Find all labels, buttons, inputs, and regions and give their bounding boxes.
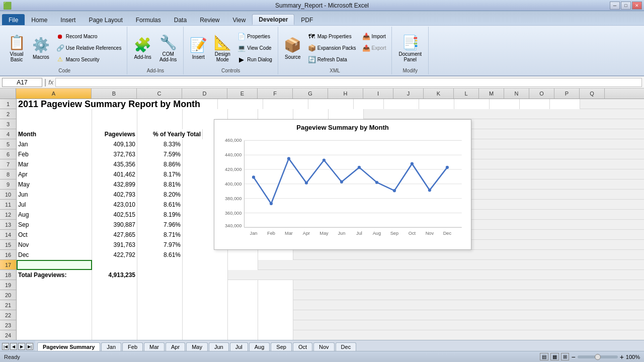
sheet-tab-may[interactable]: May xyxy=(186,342,208,351)
sheet-tab-apr[interactable]: Apr xyxy=(166,342,185,351)
sheet-tab-pageview-summary[interactable]: Pageview Summary xyxy=(37,342,100,351)
sheet-tab-nov[interactable]: Nov xyxy=(313,342,335,351)
cell-c24[interactable] xyxy=(137,330,183,340)
col-header-k[interactable]: K xyxy=(424,88,454,99)
cell-b22[interactable] xyxy=(92,310,137,320)
cell-c9[interactable]: 8.81% xyxy=(137,179,183,190)
cell-a17[interactable] xyxy=(17,260,92,270)
cell-a20[interactable] xyxy=(17,290,92,300)
cell-c23[interactable] xyxy=(137,320,183,330)
cell-b15[interactable]: 391,763 xyxy=(92,240,137,250)
source-button[interactable]: 📦 Source xyxy=(281,30,304,67)
record-macro-button[interactable]: ⏺ Record Macro xyxy=(54,31,124,42)
cell-a7[interactable]: Mar xyxy=(17,159,92,169)
cell-c3[interactable] xyxy=(137,119,183,129)
cell-h1[interactable] xyxy=(454,99,490,109)
cell-c10[interactable]: 8.20% xyxy=(137,190,183,200)
first-sheet-button[interactable]: |◀ xyxy=(2,343,9,350)
cell-d16[interactable] xyxy=(183,250,228,260)
cell-b12[interactable]: 402,515 xyxy=(92,210,137,220)
cell-d2[interactable] xyxy=(183,109,228,119)
row-header-10[interactable]: 10 xyxy=(0,190,16,200)
cell-g1[interactable] xyxy=(419,99,454,109)
row-header-2[interactable]: 2 xyxy=(0,109,16,119)
formula-input[interactable] xyxy=(55,78,642,87)
col-header-f[interactable]: F xyxy=(258,88,293,99)
row-header-24[interactable]: 24 xyxy=(0,330,16,340)
cell-b11[interactable]: 423,010 xyxy=(92,200,137,210)
cell-c4[interactable]: % of Yearly Total xyxy=(137,129,203,139)
cell-b20[interactable] xyxy=(92,290,137,300)
cell-c19[interactable] xyxy=(137,280,183,290)
cell-c5[interactable]: 8.33% xyxy=(137,139,183,149)
cell-b24[interactable] xyxy=(92,330,137,340)
cell-e17[interactable] xyxy=(228,260,258,270)
cell-f21[interactable] xyxy=(258,300,293,310)
sheet-tab-dec[interactable]: Dec xyxy=(336,342,357,351)
sheet-tab-jan[interactable]: Jan xyxy=(101,342,121,351)
cell-b1[interactable] xyxy=(218,99,263,109)
tab-review[interactable]: Review xyxy=(193,14,226,25)
col-header-p[interactable]: P xyxy=(554,88,580,99)
sheet-tab-jul[interactable]: Jul xyxy=(230,342,248,351)
cell-b3[interactable] xyxy=(92,119,137,129)
tab-developer[interactable]: Developer xyxy=(252,14,294,25)
row-header-17[interactable]: 17 xyxy=(0,260,16,270)
cell-b8[interactable]: 401,462 xyxy=(92,169,137,179)
cell-e1[interactable] xyxy=(354,99,384,109)
col-header-g[interactable]: G xyxy=(293,88,328,99)
sheet-tab-feb[interactable]: Feb xyxy=(122,342,143,351)
view-break-icon[interactable]: ⊞ xyxy=(561,353,569,360)
cell-b2[interactable] xyxy=(92,109,137,119)
com-add-ins-button[interactable]: 🔧 COMAdd-Ins xyxy=(156,30,180,67)
cell-a10[interactable]: Jun xyxy=(17,190,92,200)
document-panel-button[interactable]: 📑 DocumentPanel xyxy=(395,30,425,67)
row-header-1[interactable]: 1 xyxy=(0,99,16,109)
col-header-b[interactable]: B xyxy=(92,88,137,99)
cell-f20[interactable] xyxy=(258,290,293,300)
cell-c22[interactable] xyxy=(137,310,183,320)
row-header-18[interactable]: 18 xyxy=(0,270,16,280)
col-header-j[interactable]: J xyxy=(393,88,424,99)
cell-b4[interactable]: Pageviews xyxy=(92,129,137,139)
col-header-a[interactable]: A xyxy=(16,88,92,99)
zoom-slider[interactable] xyxy=(578,355,618,358)
cell-c15[interactable]: 7.97% xyxy=(137,240,183,250)
cell-a18[interactable]: Total Pageviews: xyxy=(17,270,92,280)
close-button[interactable]: ✕ xyxy=(632,2,642,10)
view-code-button[interactable]: 💻 View Code xyxy=(235,42,274,53)
zoom-out-button[interactable]: − xyxy=(571,353,575,361)
sheet-tab-mar[interactable]: Mar xyxy=(144,342,165,351)
maximize-button[interactable]: □ xyxy=(621,2,631,10)
row-header-4[interactable]: 4 xyxy=(0,129,16,139)
cell-f16[interactable] xyxy=(258,250,293,260)
cell-i1[interactable] xyxy=(490,99,520,109)
cell-a22[interactable] xyxy=(17,310,92,320)
cell-b17[interactable] xyxy=(92,260,137,270)
cell-b14[interactable]: 427,865 xyxy=(92,230,137,240)
tab-page-layout[interactable]: Page Layout xyxy=(82,14,129,25)
cell-f1[interactable] xyxy=(384,99,419,109)
cell-f22[interactable] xyxy=(258,310,293,320)
cell-a13[interactable]: Sep xyxy=(17,220,92,230)
last-sheet-button[interactable]: ▶| xyxy=(26,343,33,350)
col-header-m[interactable]: M xyxy=(479,88,504,99)
cell-e24[interactable] xyxy=(228,330,258,340)
cell-b6[interactable]: 372,763 xyxy=(92,149,137,159)
cell-a11[interactable]: Jul xyxy=(17,200,92,210)
cell-b5[interactable]: 409,130 xyxy=(92,139,137,149)
cell-b7[interactable]: 435,356 xyxy=(92,159,137,169)
cell-d1[interactable] xyxy=(308,99,354,109)
view-layout-icon[interactable]: ▦ xyxy=(550,353,559,360)
row-header-6[interactable]: 6 xyxy=(0,149,16,159)
cell-c18[interactable] xyxy=(137,270,183,280)
row-header-15[interactable]: 15 xyxy=(0,240,16,250)
cell-c12[interactable]: 8.19% xyxy=(137,210,183,220)
refresh-data-button[interactable]: 🔄 Refresh Data xyxy=(305,54,359,65)
cell-f24[interactable] xyxy=(258,330,293,340)
cell-c2[interactable] xyxy=(137,109,183,119)
cell-e21[interactable] xyxy=(228,300,258,310)
visual-basic-button[interactable]: 📋 VisualBasic xyxy=(5,30,28,67)
row-header-7[interactable]: 7 xyxy=(0,159,16,169)
cell-b13[interactable]: 390,887 xyxy=(92,220,137,230)
